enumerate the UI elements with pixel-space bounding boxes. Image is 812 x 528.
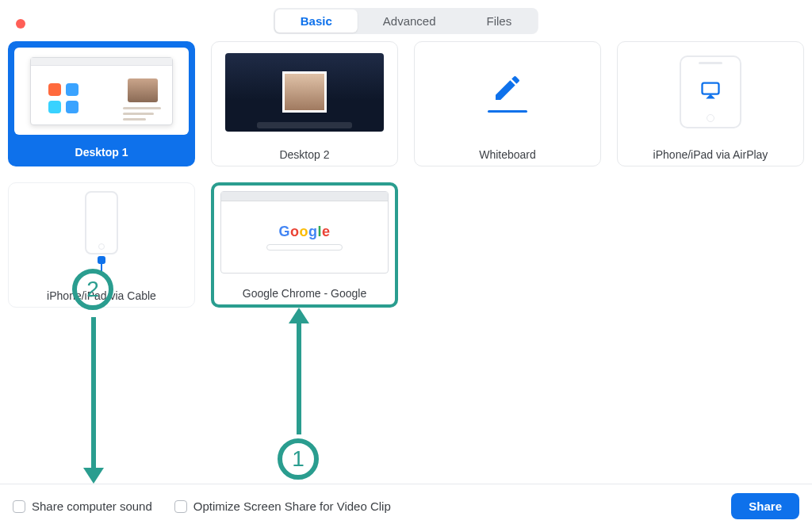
share-source-grid: Desktop 1 Desktop 2 Whiteboard xyxy=(8,41,804,308)
thumb-cable xyxy=(15,189,188,277)
tile-desktop-1[interactable]: Desktop 1 xyxy=(8,41,195,166)
google-logo: Google xyxy=(278,224,330,240)
tile-google-chrome[interactable]: Google Google Chrome - Google xyxy=(211,182,398,308)
thumb-airplay xyxy=(624,48,797,136)
pencil-icon xyxy=(492,72,523,107)
checkbox-box-icon xyxy=(13,500,25,513)
tab-advanced[interactable]: Advanced xyxy=(358,10,462,33)
tile-whiteboard[interactable]: Whiteboard xyxy=(414,41,601,166)
annotation-badge-1: 1 xyxy=(278,438,319,480)
thumb-whiteboard xyxy=(421,48,594,136)
tab-files[interactable]: Files xyxy=(462,10,538,33)
thumb-chrome: Google xyxy=(217,189,392,276)
share-button[interactable]: Share xyxy=(731,493,799,519)
svg-rect-0 xyxy=(703,83,719,94)
checkbox-label: Optimize Screen Share for Video Clip xyxy=(193,499,391,513)
annotation-badge-2: 2 xyxy=(72,269,113,310)
tile-label: Desktop 2 xyxy=(212,148,397,161)
annotation-arrow-up xyxy=(289,308,309,434)
tile-label: iPhone/iPad via AirPlay xyxy=(618,148,803,161)
window-close-dot[interactable] xyxy=(16,19,25,29)
footer-bar: Share computer sound Optimize Screen Sha… xyxy=(0,484,812,528)
airplay-icon xyxy=(699,79,722,105)
checkbox-share-computer-sound[interactable]: Share computer sound xyxy=(13,499,152,513)
thumb-desktop-1 xyxy=(14,48,189,135)
tile-iphone-airplay[interactable]: iPhone/iPad via AirPlay xyxy=(617,41,804,166)
thumb-desktop-2 xyxy=(218,48,391,136)
share-mode-tabs: Basic Advanced Files xyxy=(274,8,538,34)
tab-basic[interactable]: Basic xyxy=(275,10,358,33)
tile-label: Google Chrome - Google xyxy=(214,287,395,300)
tile-label: Desktop 1 xyxy=(11,146,192,159)
checkbox-label: Share computer sound xyxy=(32,499,152,513)
checkbox-box-icon xyxy=(174,500,187,513)
tile-desktop-2[interactable]: Desktop 2 xyxy=(211,41,398,166)
tile-label: Whiteboard xyxy=(415,148,600,161)
annotation-arrow-down xyxy=(83,317,104,484)
checkbox-optimize-video-clip[interactable]: Optimize Screen Share for Video Clip xyxy=(174,499,391,513)
